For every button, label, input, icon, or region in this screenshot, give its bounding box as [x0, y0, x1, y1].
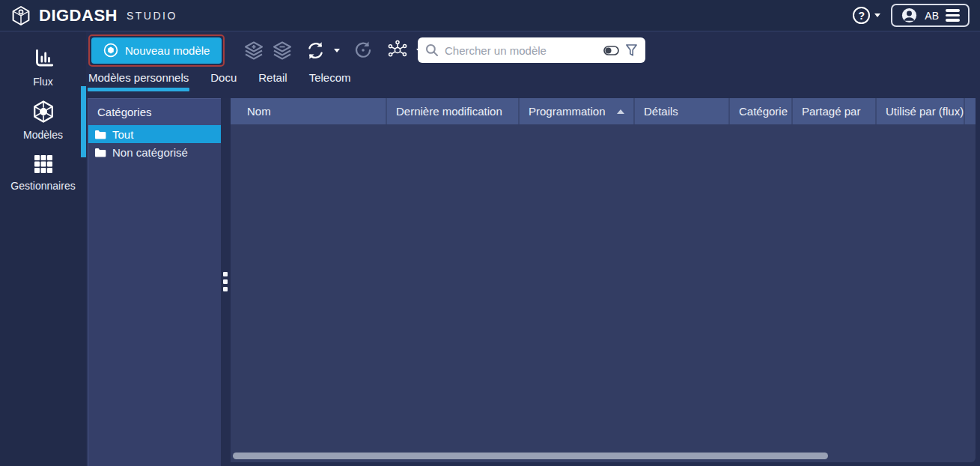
search-box	[418, 37, 645, 63]
category-label: Tout	[112, 128, 133, 141]
table-header-row: Nom Dernière modification Programmation …	[231, 98, 976, 124]
column-header-categorie[interactable]: Catégorie	[730, 98, 793, 124]
app-subtitle: STUDIO	[127, 10, 177, 22]
digdash-logo-icon	[10, 5, 31, 26]
column-header-programmation[interactable]: Programmation	[520, 98, 635, 124]
sidebar-active-indicator	[81, 86, 86, 157]
column-header-nom[interactable]: Nom	[231, 98, 387, 124]
sidebar-item-modeles[interactable]: Modèles	[0, 94, 86, 146]
column-header-derniere-modification[interactable]: Dernière modification	[387, 98, 520, 124]
grid-icon	[32, 153, 55, 175]
app-title: DIGDASH	[39, 6, 118, 25]
folder-icon	[94, 148, 106, 157]
user-menu[interactable]: AB	[891, 4, 970, 27]
help-menu[interactable]: ?	[853, 7, 880, 24]
category-item-non-categorise[interactable]: Non catégorisé	[88, 143, 221, 161]
hamburger-menu-icon[interactable]	[946, 9, 960, 22]
refresh-icon[interactable]	[302, 37, 328, 64]
bar-chart-icon	[31, 47, 55, 71]
toggle-icon[interactable]	[603, 46, 619, 55]
header-spacer	[965, 98, 976, 124]
help-caret-icon[interactable]	[874, 13, 880, 17]
user-initials: AB	[925, 10, 939, 22]
cube-icon	[31, 99, 56, 124]
layers-icon[interactable]	[270, 37, 295, 64]
hexagon-circle-icon	[103, 43, 118, 58]
sidebar-item-label: Gestionnaires	[10, 180, 75, 192]
user-avatar-icon	[901, 7, 918, 24]
tab-retail[interactable]: Retail	[258, 69, 287, 91]
annotation-highlight: Nouveau modèle	[88, 34, 225, 67]
categories-panel: Catégories Tout Non catégorisé	[88, 98, 221, 466]
search-input[interactable]	[445, 44, 597, 57]
panel-splitter[interactable]	[221, 98, 231, 466]
folder-icon	[94, 130, 106, 139]
toolbar: Nouveau modèle	[88, 31, 980, 69]
models-table: Nom Dernière modification Programmation …	[231, 98, 976, 462]
column-header-partage-par[interactable]: Partagé par	[793, 98, 877, 124]
tab-docu[interactable]: Docu	[210, 69, 237, 91]
sidebar-item-gestionnaires[interactable]: Gestionnaires	[0, 146, 86, 199]
help-icon[interactable]: ?	[853, 7, 870, 24]
tab-telecom[interactable]: Telecom	[308, 69, 352, 91]
new-model-button[interactable]: Nouveau modèle	[91, 37, 222, 64]
sidebar-item-flux[interactable]: Flux	[0, 41, 86, 94]
new-model-label: Nouveau modèle	[125, 44, 210, 57]
category-label: Non catégorisé	[112, 146, 188, 159]
category-item-tout[interactable]: Tout	[88, 125, 221, 143]
horizontal-scrollbar-thumb[interactable]	[233, 453, 828, 459]
sidebar: Flux Modèles Gestionnaires	[0, 31, 86, 466]
table-body-empty	[231, 124, 976, 456]
search-icon	[425, 43, 439, 57]
column-header-details[interactable]: Détails	[635, 98, 730, 124]
model-tabs: Modèles personnels Docu Retail Telecom	[88, 69, 352, 95]
hub-share-icon[interactable]	[385, 37, 410, 64]
tab-modeles-personnels[interactable]: Modèles personnels	[88, 69, 189, 91]
topbar: DIGDASH STUDIO ? AB	[0, 0, 980, 31]
categories-header: Catégories	[88, 99, 221, 125]
sidebar-item-label: Flux	[33, 76, 52, 88]
column-header-utilise-par-flux[interactable]: Utilisé par (flux)	[877, 98, 965, 124]
splitter-handle-icon[interactable]	[223, 272, 228, 291]
brand: DIGDASH STUDIO	[10, 5, 177, 26]
add-layers-icon[interactable]	[241, 37, 267, 64]
refresh-dropdown-caret-icon[interactable]	[331, 49, 343, 52]
sort-ascending-icon	[617, 109, 624, 114]
filter-icon[interactable]	[625, 43, 638, 58]
timer-refresh-icon[interactable]	[350, 37, 376, 64]
sidebar-item-label: Modèles	[23, 129, 63, 141]
